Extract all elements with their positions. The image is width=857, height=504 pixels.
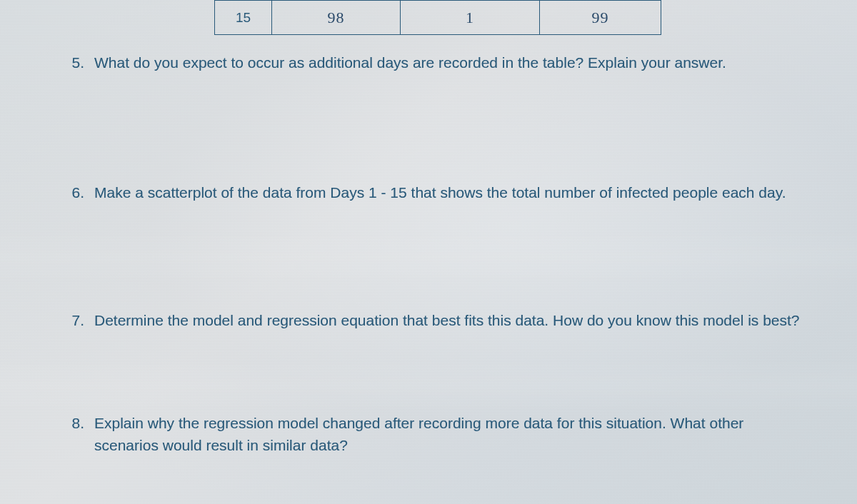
cell-col4: 99 <box>540 1 661 35</box>
cell-day: 15 <box>215 1 272 35</box>
table-row: 15 98 1 99 <box>215 1 661 35</box>
question-number: 7. <box>64 310 84 331</box>
handwritten-value: 1 <box>466 9 474 26</box>
question-text: What do you expect to occur as additiona… <box>94 52 807 74</box>
question-7: 7. Determine the model and regression eq… <box>64 310 807 331</box>
question-6: 6. Make a scatterplot of the data from D… <box>64 182 807 203</box>
question-text: Make a scatterplot of the data from Days… <box>94 182 807 203</box>
question-number: 6. <box>64 182 84 203</box>
question-text: Explain why the regression model changed… <box>94 413 807 456</box>
handwritten-value: 98 <box>328 9 345 26</box>
cell-col2: 98 <box>272 1 401 35</box>
question-text: Determine the model and regression equat… <box>94 310 807 331</box>
handwritten-value: 99 <box>592 9 609 26</box>
question-5: 5. What do you expect to occur as additi… <box>64 52 807 74</box>
question-number: 8. <box>64 413 84 456</box>
data-table: 15 98 1 99 <box>214 0 807 35</box>
question-number: 5. <box>64 52 84 74</box>
cell-col3: 1 <box>401 1 540 35</box>
question-8: 8. Explain why the regression model chan… <box>64 413 807 456</box>
